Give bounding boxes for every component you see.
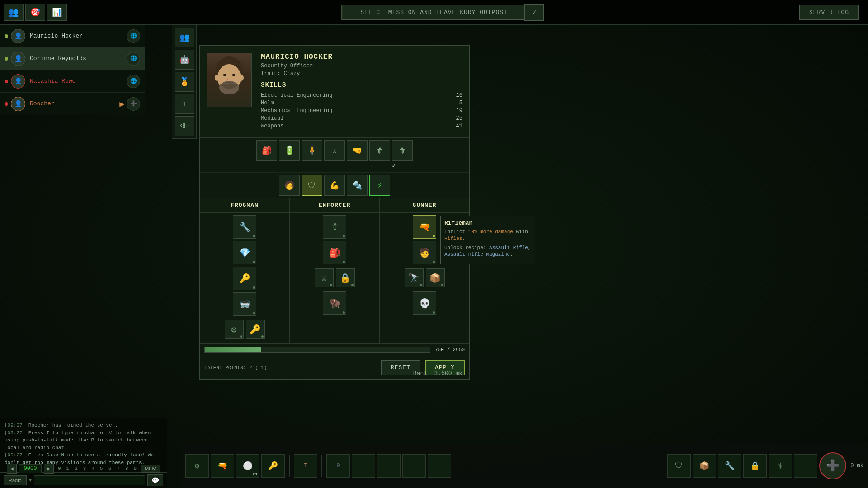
target-icon-btn[interactable]: 🎯 bbox=[25, 4, 45, 21]
lock-dot bbox=[420, 284, 422, 286]
char-name: MAURICIO HOCKER bbox=[261, 53, 462, 61]
mem-button[interactable]: MEM bbox=[141, 465, 160, 473]
inv-slot-r1[interactable]: 🛡 bbox=[667, 454, 691, 478]
chat-speaker: Eliza Case bbox=[28, 452, 58, 458]
inv-slot-r2[interactable]: 📦 bbox=[693, 454, 716, 478]
arrow-icon: ▶ bbox=[119, 99, 124, 109]
crew-item-corinne[interactable]: 👤 Corinne Reynolds 🌐 bbox=[0, 47, 145, 70]
talent-icon-2[interactable]: 🔋 bbox=[279, 140, 300, 161]
server-log-button[interactable]: SERVER LOG bbox=[799, 5, 859, 20]
crew-name-orange: Roocher bbox=[30, 100, 119, 107]
tooltip-title: Rifleman bbox=[444, 220, 531, 226]
inv-slot-6[interactable]: 9 bbox=[326, 454, 350, 478]
talent-sub-4[interactable]: 🔩 bbox=[347, 175, 368, 196]
crew-item-roocher[interactable]: 👤 Roocher ▶ ➕ bbox=[0, 93, 145, 115]
crew-indicator-red bbox=[5, 80, 8, 83]
panel-bot-btn[interactable]: 🤖 bbox=[175, 50, 194, 70]
right-inv-group: 🛡 📦 🔧 🔒 ⚕ ➕ 0 mk bbox=[667, 452, 863, 479]
enforcer-pair-1[interactable]: ⚔ bbox=[315, 268, 334, 287]
talent-icon-6[interactable]: 🗡 bbox=[369, 140, 390, 161]
progress-bar-bg bbox=[204, 347, 430, 353]
panel-crew-btn[interactable]: 👥 bbox=[175, 28, 194, 47]
next-btn[interactable]: ▶ bbox=[44, 464, 54, 474]
panel-flag-btn[interactable]: 🏅 bbox=[175, 72, 194, 92]
crew-avatar-red: 👤 bbox=[11, 74, 25, 89]
skill-val: 25 bbox=[449, 115, 462, 122]
crew-item-natashia[interactable]: 👤 Natashia Rowe 🌐 bbox=[0, 70, 145, 93]
gunner-cell-2[interactable]: 🧑 bbox=[413, 241, 436, 264]
num-label-4: 4 bbox=[90, 465, 96, 472]
chat-message-1: [09:27] Roocher has joined the server. bbox=[5, 422, 162, 429]
panel-finger-btn[interactable]: 👁 bbox=[175, 116, 194, 136]
mission-button[interactable]: SELECT MISSION AND LEAVE KURY OUTPOST bbox=[341, 5, 527, 20]
skill-row-weapons: Weapons 41 bbox=[261, 123, 462, 129]
crew-item-mauricio[interactable]: 👤 Mauricio Hocker 🌐 bbox=[0, 25, 145, 47]
inv-slot-9[interactable] bbox=[402, 454, 426, 478]
talent-sub-3[interactable]: 💪 bbox=[324, 175, 345, 196]
crew-indicator-red bbox=[5, 102, 8, 106]
talent-icon-7[interactable]: 🗡 bbox=[392, 140, 413, 161]
num-label-5: 5 bbox=[98, 465, 105, 472]
confirm-button[interactable]: ✓ bbox=[524, 4, 544, 21]
mk-balance: 0 mk bbox=[850, 463, 863, 469]
health-button[interactable]: ➕ bbox=[819, 452, 846, 479]
inv-slot-r5[interactable]: ⚕ bbox=[769, 454, 792, 478]
frogman-cell-4[interactable]: 🥽 bbox=[233, 292, 256, 316]
enforcer-pair-2[interactable]: 🔒 bbox=[336, 268, 355, 287]
panel-rank-btn[interactable]: ⬆ bbox=[175, 94, 194, 114]
inv-slot-1[interactable]: ⚙ bbox=[185, 454, 209, 478]
gunner-cell-rifleman[interactable]: 🔫 Rifleman Inflict 10% more damage with … bbox=[413, 215, 436, 239]
inv-slot-2[interactable]: 🔫 bbox=[211, 454, 234, 478]
talent-icon-5[interactable]: 🤜 bbox=[347, 140, 368, 161]
inv-slot-r3[interactable]: 🔧 bbox=[718, 454, 741, 478]
talent-sub-2-shield[interactable]: 🛡 bbox=[302, 175, 322, 196]
chat-send-button[interactable]: 💬 bbox=[147, 474, 163, 486]
frogman-pair-1[interactable]: ⚙ bbox=[225, 320, 244, 339]
inv-slot-8[interactable] bbox=[377, 454, 401, 478]
frogman-cell-1[interactable]: 🔧 bbox=[233, 215, 256, 239]
inv-slot-3[interactable]: ⚪×1 bbox=[236, 454, 259, 478]
crew-action-btn[interactable]: 🌐 bbox=[127, 29, 140, 43]
talent-icon-1[interactable]: 🎒 bbox=[256, 140, 277, 161]
frogman-pair-2[interactable]: 🔑 bbox=[246, 320, 265, 339]
tooltip-line1: Inflict 10% more damage with Rifles. bbox=[444, 229, 531, 243]
chat-time: [09:27] bbox=[5, 452, 25, 458]
frogman-cell-2[interactable]: 💎 bbox=[233, 241, 256, 264]
chart-icon-btn[interactable]: 📊 bbox=[47, 4, 67, 21]
talent-sub-1[interactable]: 🧑 bbox=[279, 175, 300, 196]
gunner-pair-2[interactable]: 📦 bbox=[426, 268, 445, 287]
lock-dot bbox=[433, 311, 435, 314]
tooltip-recipe-1: Assault Rifle bbox=[489, 245, 528, 250]
talent-icon-4[interactable]: ⚔ bbox=[324, 140, 345, 161]
enforcer-header: ENFORCER bbox=[290, 198, 379, 213]
num-label-0: 0 bbox=[56, 465, 63, 472]
inv-qty: ×1 bbox=[253, 472, 258, 477]
lock-dot bbox=[343, 261, 345, 263]
inv-slot-r4[interactable]: 🔒 bbox=[743, 454, 767, 478]
radio-mode-btn[interactable]: Radio bbox=[4, 475, 27, 485]
gunner-cell-skull[interactable]: 💀 bbox=[413, 291, 436, 315]
gunner-pair-1[interactable]: 🔭 bbox=[405, 268, 424, 287]
enforcer-cell-2[interactable]: 🎒 bbox=[323, 241, 346, 264]
talent-sub-5-green[interactable]: ⚡ bbox=[369, 175, 390, 196]
enforcer-cell-3[interactable]: 🦬 bbox=[323, 291, 346, 315]
inv-slot-4[interactable]: 🔑 bbox=[261, 454, 285, 478]
crew-action-btn[interactable]: 🌐 bbox=[127, 75, 140, 88]
prev-btn[interactable]: ◀ bbox=[7, 464, 17, 474]
num-label-1: 1 bbox=[65, 465, 71, 472]
lock-dot bbox=[240, 335, 242, 338]
crew-action-btn[interactable]: 🌐 bbox=[127, 52, 140, 66]
inv-slot-r6[interactable] bbox=[794, 454, 817, 478]
inv-slot-5[interactable]: T bbox=[294, 454, 317, 478]
inv-slot-7[interactable] bbox=[352, 454, 375, 478]
crew-avatar: 👤 bbox=[11, 52, 25, 66]
enforcer-cell-1[interactable]: 🗡 bbox=[323, 215, 346, 239]
crew-icon-btn[interactable]: 👥 bbox=[4, 4, 24, 21]
crew-action-btn-add[interactable]: ➕ bbox=[127, 97, 140, 111]
inv-slot-10[interactable] bbox=[428, 454, 451, 478]
frogman-cell-3[interactable]: 🔑 bbox=[233, 267, 256, 290]
crew-name: Corinne Reynolds bbox=[30, 55, 127, 62]
talent-icon-3[interactable]: 🧍 bbox=[302, 140, 322, 161]
chat-input[interactable] bbox=[34, 475, 145, 485]
top-icon-group: 👥 🎯 📊 bbox=[0, 0, 71, 24]
